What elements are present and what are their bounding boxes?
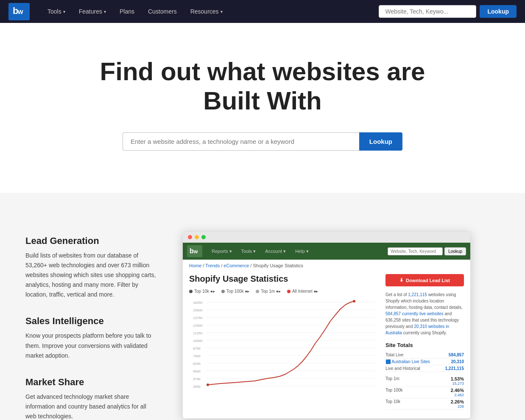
- chart-svg: 16250 15000 13750 12500 11250 10000 8750…: [189, 298, 379, 391]
- mock-sidebar-description: Get a list of 1,221,115 websites using S…: [385, 291, 464, 336]
- logo[interactable]: b w: [8, 3, 30, 20]
- mock-main-content: Shopify Usage Statistics Top 10k ●▸ Top …: [189, 274, 379, 410]
- svg-text:8750: 8750: [193, 347, 201, 350]
- feature-desc-sales-intelligence: Know your prospects platform before you …: [25, 331, 157, 360]
- stat-total-live: Total Live 584,857: [385, 352, 464, 358]
- svg-text:b: b: [190, 247, 194, 255]
- site-totals-title: Site Totals: [385, 342, 464, 348]
- mock-logo: b w: [187, 245, 202, 257]
- navbar: b w Tools ▾ Features ▾ Plans Customers R…: [0, 0, 525, 23]
- mock-chart: 16250 15000 13750 12500 11250 10000 8750…: [189, 298, 379, 391]
- mock-nav-reports[interactable]: Reports ▾: [208, 247, 235, 255]
- svg-text:7500: 7500: [193, 354, 201, 358]
- legend-all-internet: All Internet ●▸: [287, 289, 318, 294]
- mock-lookup-button[interactable]: Lookup: [444, 247, 466, 255]
- hero-search-input[interactable]: [123, 132, 359, 151]
- chevron-down-icon: ▾: [221, 9, 223, 14]
- hero-lookup-button[interactable]: Lookup: [359, 132, 402, 151]
- feature-title-sales-intelligence: Sales Intelligence: [25, 316, 157, 327]
- svg-text:16250: 16250: [193, 301, 203, 305]
- logo-box: b w: [8, 3, 30, 20]
- hero-search: Lookup: [123, 132, 402, 151]
- feature-desc-lead-generation: Build lists of websites from our databas…: [25, 251, 157, 300]
- mock-content: Shopify Usage Statistics Top 10k ●▸ Top …: [183, 270, 470, 418]
- svg-text:15000: 15000: [193, 308, 203, 312]
- svg-point-28: [207, 384, 209, 386]
- nav-item-resources[interactable]: Resources ▾: [185, 6, 228, 17]
- legend-top10k: Top 10k ●▸: [189, 289, 215, 294]
- svg-text:3750: 3750: [193, 377, 201, 381]
- mock-nav-tools[interactable]: Tools ▾: [238, 247, 260, 255]
- mock-nav: b w Reports ▾ Tools ▾ Account ▾ Help ▾ L…: [183, 243, 470, 260]
- mock-nav-account[interactable]: Account ▾: [262, 247, 289, 255]
- maximize-icon: [201, 235, 206, 239]
- svg-point-29: [353, 300, 355, 302]
- feature-desc-market-share: Get advanced technology market share inf…: [25, 392, 157, 420]
- stat-top1m: Top 1m 1.53% 15,273: [385, 375, 464, 387]
- chevron-down-icon: ▾: [104, 9, 106, 14]
- nav-links: Tools ▾ Features ▾ Plans Customers Resou…: [42, 6, 379, 17]
- nav-item-customers[interactable]: Customers: [143, 6, 182, 17]
- mock-nav-search: Lookup: [388, 247, 466, 255]
- svg-text:3500: 3500: [193, 385, 201, 389]
- svg-text:6250: 6250: [193, 362, 201, 366]
- features-section: Lead Generation Build lists of websites …: [0, 193, 525, 420]
- hero-section: Find out what websites are Built With Lo…: [0, 23, 525, 193]
- stat-top100k: Top 100k 2.46% 2,462: [385, 387, 464, 398]
- svg-text:10000: 10000: [193, 339, 203, 343]
- legend-dot-top10k: [189, 290, 193, 293]
- mock-site-totals: Site Totals Total Live 584,857 🟦 Austral…: [385, 342, 464, 410]
- screenshot-area: b w Reports ▾ Tools ▾ Account ▾ Help ▾ L…: [178, 218, 525, 420]
- close-icon: [188, 235, 192, 239]
- legend-top1m: Top 1m ●▸: [256, 289, 281, 294]
- feature-sales-intelligence: Sales Intelligence Know your prospects p…: [25, 316, 157, 360]
- svg-text:12500: 12500: [193, 324, 203, 328]
- svg-text:11250: 11250: [193, 331, 203, 335]
- svg-text:13750: 13750: [193, 316, 203, 320]
- mock-nav-help[interactable]: Help ▾: [292, 247, 312, 255]
- mock-search-input[interactable]: [388, 247, 443, 255]
- mock-page-title: Shopify Usage Statistics: [189, 274, 379, 284]
- svg-text:w: w: [17, 8, 23, 15]
- svg-text:5000: 5000: [193, 370, 201, 373]
- svg-text:w: w: [193, 249, 198, 255]
- minimize-icon: [195, 235, 199, 239]
- hero-title: Find out what websites are Built With: [8, 57, 517, 115]
- stat-australian-live: 🟦 Australian Live Sites 20,310: [385, 358, 464, 365]
- mock-breadcrumb: Home / Trends / eCommerce / Shopify Usag…: [183, 260, 470, 270]
- stat-top10k: Top 10k 2.26% 226: [385, 398, 464, 410]
- download-lead-list-button[interactable]: ⬇ Download Lead List: [385, 274, 464, 286]
- legend-dot-top1m: [256, 290, 259, 293]
- feature-market-share: Market Share Get advanced technology mar…: [25, 377, 157, 420]
- screenshot-mock: b w Reports ▾ Tools ▾ Account ▾ Help ▾ L…: [182, 231, 471, 419]
- nav-lookup-button[interactable]: Lookup: [480, 5, 517, 18]
- mock-chart-legend: Top 10k ●▸ Top 100k ●▸ Top 1m ●▸ Al: [189, 289, 379, 294]
- nav-item-features[interactable]: Features ▾: [74, 6, 111, 17]
- mock-sidebar: ⬇ Download Lead List Get a list of 1,221…: [385, 274, 464, 410]
- legend-dot-top100k: [221, 290, 225, 293]
- nav-search-input[interactable]: [379, 5, 476, 18]
- nav-item-plans[interactable]: Plans: [114, 6, 140, 17]
- features-list: Lead Generation Build lists of websites …: [0, 218, 178, 420]
- mock-titlebar: [183, 232, 470, 243]
- feature-title-lead-generation: Lead Generation: [25, 235, 157, 246]
- legend-top100k: Top 100k ●▸: [221, 289, 249, 294]
- nav-search: Lookup: [379, 5, 517, 18]
- feature-lead-generation: Lead Generation Build lists of websites …: [25, 235, 157, 300]
- feature-title-market-share: Market Share: [25, 377, 157, 388]
- chevron-down-icon: ▾: [63, 9, 65, 14]
- nav-item-tools[interactable]: Tools ▾: [42, 6, 70, 17]
- legend-dot-all-internet: [287, 290, 290, 293]
- download-icon: ⬇: [399, 277, 403, 283]
- stat-live-historical: Live and Historical 1,221,115: [385, 365, 464, 372]
